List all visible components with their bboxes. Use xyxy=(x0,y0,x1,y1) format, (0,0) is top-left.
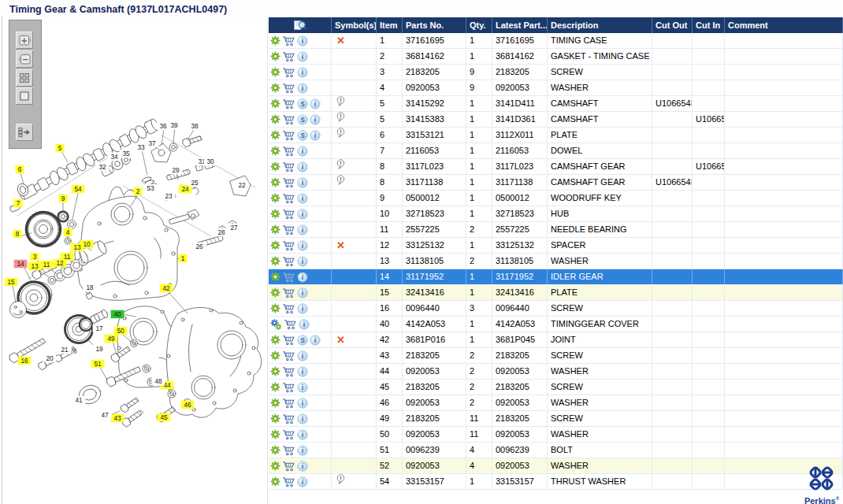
part-label-25[interactable]: 25 xyxy=(188,179,202,187)
gear-icon[interactable] xyxy=(270,461,280,471)
add-to-cart-icon[interactable] xyxy=(282,114,295,125)
part-label-15[interactable]: 15 xyxy=(5,278,17,287)
gear-icon[interactable] xyxy=(270,51,280,61)
table-row-item-43[interactable]: i43218320522183205SCREW xyxy=(269,348,843,364)
gear-icon[interactable] xyxy=(270,114,280,124)
add-to-cart-icon[interactable] xyxy=(282,413,295,424)
part-label-12[interactable]: 12 xyxy=(54,259,67,268)
double-gear-icon[interactable] xyxy=(270,319,282,330)
info-icon[interactable]: i xyxy=(297,146,308,157)
table-row-item-5[interactable]: Si53141538313141D361CAMSHAFTU106655 xyxy=(269,112,843,128)
part-label-50[interactable]: 50 xyxy=(114,327,128,335)
diagram-panel[interactable]: 5678954224341013111213111415161424049505… xyxy=(5,17,266,504)
add-to-cart-icon[interactable] xyxy=(282,130,295,141)
part-label-54[interactable]: 54 xyxy=(72,185,85,194)
gear-icon[interactable] xyxy=(270,272,280,282)
info-icon[interactable]: i xyxy=(297,398,308,409)
table-row-item-51[interactable]: i51009623940096239BOLT xyxy=(269,443,843,458)
gear-icon[interactable] xyxy=(270,256,280,266)
info-icon[interactable]: i xyxy=(297,35,308,46)
add-to-cart-icon[interactable] xyxy=(282,35,295,46)
part-label-39[interactable]: 39 xyxy=(168,121,181,130)
part-label-13[interactable]: 13 xyxy=(28,262,42,271)
info-icon[interactable]: i xyxy=(310,130,321,141)
info-icon[interactable]: i xyxy=(297,177,308,188)
part-label-18[interactable]: 18 xyxy=(84,284,97,292)
table-row-item-12[interactable]: i✕1233125132133125132SPACER xyxy=(269,238,843,254)
info-icon[interactable]: i xyxy=(297,83,308,94)
add-to-cart-icon[interactable] xyxy=(282,398,295,409)
table-row-item-5[interactable]: Si53141529213141D411CAMSHAFTU106654I xyxy=(269,96,843,112)
table-row-item-52[interactable]: i52092005340920053WASHER xyxy=(269,458,843,474)
add-to-cart-icon[interactable] xyxy=(282,382,295,393)
add-to-cart-icon[interactable] xyxy=(282,146,295,157)
info-icon[interactable]: i xyxy=(299,319,310,330)
info-icon[interactable]: i xyxy=(310,335,321,346)
part-label-49[interactable]: 49 xyxy=(105,335,118,343)
gear-icon[interactable] xyxy=(270,67,280,77)
info-icon[interactable]: i xyxy=(297,287,308,298)
part-label-51[interactable]: 51 xyxy=(91,360,105,369)
gear-icon[interactable] xyxy=(270,382,280,392)
info-icon[interactable]: i xyxy=(297,272,308,283)
info-icon[interactable]: i xyxy=(297,51,308,62)
add-to-cart-icon[interactable] xyxy=(282,287,295,298)
add-to-cart-icon[interactable] xyxy=(282,445,295,456)
add-to-cart-icon[interactable] xyxy=(282,67,295,78)
table-row-item-7[interactable]: i7211605312116053DOWEL xyxy=(269,143,843,159)
add-to-cart-icon[interactable] xyxy=(282,303,295,314)
add-to-cart-icon[interactable] xyxy=(282,161,295,172)
add-to-cart-icon[interactable] xyxy=(282,476,295,487)
table-row-item-4[interactable]: i4092005390920053WASHER xyxy=(269,80,843,96)
gear-icon[interactable] xyxy=(270,146,280,156)
part-label-48[interactable]: 48 xyxy=(152,377,165,386)
gear-icon[interactable] xyxy=(270,130,280,140)
table-row-item-3[interactable]: i3218320592183205SCREW xyxy=(269,65,843,80)
part-label-13[interactable]: 13 xyxy=(71,243,84,252)
col-header-cut_out[interactable]: Cut Out xyxy=(652,17,693,33)
part-label-3[interactable]: 3 xyxy=(30,253,39,261)
info-icon[interactable]: i xyxy=(297,461,308,472)
part-label-35[interactable]: 35 xyxy=(120,150,133,158)
table-row-item-9[interactable]: i9050001210500012WOODRUFF KEY xyxy=(269,191,843,206)
toggle-panel-button[interactable] xyxy=(16,124,33,141)
part-label-7[interactable]: 7 xyxy=(13,199,22,208)
add-to-cart-icon[interactable] xyxy=(282,350,295,361)
info-icon[interactable]: i xyxy=(297,256,308,267)
part-label-8[interactable]: 8 xyxy=(13,230,21,239)
info-icon[interactable]: i xyxy=(297,429,308,440)
part-label-16[interactable]: 16 xyxy=(18,357,32,365)
table-row-item-10[interactable]: i1032718523132718523HUB xyxy=(269,206,843,222)
gear-icon[interactable] xyxy=(270,445,280,455)
col-header-desc[interactable]: Description xyxy=(548,17,652,33)
col-header-qty[interactable]: Qty. xyxy=(466,17,492,33)
gear-icon[interactable] xyxy=(270,35,280,46)
table-row-item-50[interactable]: i500920053110920053WASHER xyxy=(269,427,843,443)
table-row-item-54[interactable]: i5433153157133153157THRUST WASHER xyxy=(269,474,843,490)
gear-icon[interactable] xyxy=(270,161,280,172)
part-label-43[interactable]: 43 xyxy=(111,414,124,423)
add-to-cart-icon[interactable] xyxy=(282,193,295,204)
info-icon[interactable]: i xyxy=(297,67,308,78)
part-label-23[interactable]: 23 xyxy=(162,192,176,201)
add-to-cart-icon[interactable] xyxy=(282,272,295,283)
gear-icon[interactable] xyxy=(270,429,280,439)
service-s-icon[interactable]: S xyxy=(297,114,308,125)
part-label-6[interactable]: 6 xyxy=(15,165,24,174)
table-row-item-1[interactable]: i✕137161695137161695TIMING CASE xyxy=(269,33,843,49)
col-header-icons[interactable] xyxy=(269,17,332,33)
part-label-41[interactable]: 41 xyxy=(72,396,86,405)
panel-splitter[interactable] xyxy=(267,17,268,504)
col-header-latest[interactable]: Latest Part... xyxy=(492,17,548,33)
part-label-45[interactable]: 45 xyxy=(158,413,171,422)
info-icon[interactable]: i xyxy=(297,303,308,314)
table-row-item-11[interactable]: i11255722522557225NEEDLE BEARING xyxy=(269,222,843,238)
part-label-4[interactable]: 4 xyxy=(63,228,72,237)
info-icon[interactable]: i xyxy=(297,366,308,377)
add-to-cart-icon[interactable] xyxy=(282,83,295,94)
info-icon[interactable]: i xyxy=(310,114,321,125)
table-row-item-45[interactable]: i45218320522183205SCREW xyxy=(269,380,843,395)
col-header-cut_in[interactable]: Cut In xyxy=(693,17,725,33)
gear-icon[interactable] xyxy=(270,366,280,376)
part-label-30[interactable]: 30 xyxy=(204,158,217,166)
